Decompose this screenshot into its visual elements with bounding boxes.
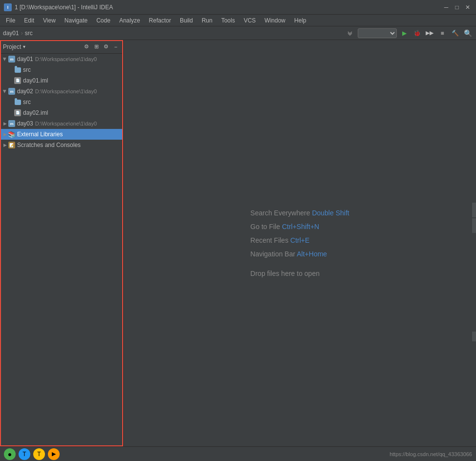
tree-item-day01[interactable]: ▶ m day01 D:\Workspace\one\1\day0 — [0, 54, 123, 64]
tree-path-day03: D:\Workspace\one\1\day0 — [35, 121, 97, 126]
menu-refactor[interactable]: Refactor — [145, 16, 175, 25]
tree-item-day02[interactable]: ▶ m day02 D:\Workspace\one\1\day0 — [0, 86, 123, 97]
menu-tools[interactable]: Tools — [217, 16, 239, 25]
settings-icon-btn[interactable]: ⚙ — [102, 42, 110, 51]
menu-view[interactable]: View — [39, 16, 60, 25]
nav-bar: day01 › src ▶ 🐞 ▶▶ ■ 🔨 🔍 — [0, 26, 476, 40]
folder-icon-day02-src — [14, 98, 22, 106]
menu-edit[interactable]: Edit — [20, 16, 38, 25]
expand-arrow-day01: ▶ — [2, 56, 8, 62]
close-button[interactable]: ✕ — [463, 3, 472, 12]
hint-action-navbar: Navigation Bar — [250, 250, 297, 258]
run-config-area — [346, 29, 354, 37]
tree-item-day02-iml[interactable]: ▶ 📄 day02.iml — [0, 107, 123, 118]
minimize-button[interactable]: ─ — [442, 3, 451, 12]
status-icon-blue[interactable]: T — [19, 448, 30, 460]
menu-file[interactable]: File — [2, 16, 19, 25]
module-icon-day01: m — [8, 55, 16, 63]
title-bar-text: 1 [D:\Workspace\one\1] - IntelliJ IDEA — [15, 4, 113, 11]
sidebar-toolbar: ⚙ ⊞ ⚙ − — [82, 42, 120, 51]
tree-path-day01: D:\Workspace\one\1\day0 — [35, 56, 97, 62]
sidebar-title-arrow[interactable]: ▾ — [23, 44, 25, 49]
hint-drop: Drop files here to open — [250, 267, 349, 280]
title-bar: I 1 [D:\Workspace\one\1] - IntelliJ IDEA… — [0, 0, 476, 15]
status-bar-url: https://blog.csdn.net/qq_43363066 — [389, 451, 472, 457]
tree-label-day01-src: src — [23, 66, 31, 73]
status-icon-green[interactable]: ● — [4, 448, 16, 460]
run-config-select[interactable] — [358, 28, 397, 38]
tree-path-day02: D:\Workspace\one\1\day0 — [35, 88, 97, 94]
iml-icon-day01: 📄 — [14, 77, 22, 84]
breadcrumb-root[interactable]: day01 — [3, 30, 19, 37]
stop-button[interactable]: ■ — [437, 28, 448, 39]
hint-action-goto: Go to File — [250, 223, 282, 230]
hint-goto: Go to File Ctrl+Shift+N — [250, 220, 349, 233]
folder-icon-day01-src — [14, 66, 22, 74]
coverage-button[interactable]: ▶▶ — [424, 28, 435, 39]
iml-icon-day02: 📄 — [14, 109, 22, 117]
run-button[interactable]: ▶ — [399, 28, 410, 39]
hint-shortcut-search: Double Shift — [312, 209, 349, 217]
right-edge-btn3[interactable] — [472, 332, 476, 341]
tree-label-external-libs: External Libraries — [17, 131, 63, 138]
build-button[interactable]: 🔨 — [450, 28, 460, 39]
ext-lib-icon: 📚 — [8, 130, 16, 138]
window-controls: ─ □ ✕ — [442, 3, 472, 12]
hint-shortcut-navbar: Alt+Home — [297, 250, 327, 258]
status-bar-left: ● T T ▶ — [4, 448, 60, 460]
hint-shortcut-goto: Ctrl+Shift+N — [282, 223, 319, 230]
gear-icon-btn[interactable]: ⚙ — [82, 42, 91, 51]
module-icon-day03: m — [8, 120, 16, 127]
expand-arrow-day02: ▶ — [2, 88, 8, 94]
tree-item-day02-src[interactable]: ▶ src — [0, 97, 123, 107]
right-edge-btn1[interactable] — [472, 203, 476, 217]
tree-label-day02-src: src — [23, 99, 31, 105]
menu-bar: File Edit View Navigate Code Analyze Ref… — [0, 15, 476, 26]
title-bar-left: I 1 [D:\Workspace\one\1] - IntelliJ IDEA — [4, 3, 113, 11]
module-icon-day02: m — [8, 87, 16, 95]
search-everywhere-button[interactable]: 🔍 — [462, 28, 473, 39]
hint-action-recent: Recent Files — [250, 236, 290, 244]
right-edge-buttons — [472, 203, 476, 341]
status-icon-orange[interactable]: ▶ — [48, 448, 60, 460]
hint-action-search: Search Everywhere — [250, 209, 312, 217]
project-panel: Project ▾ ⚙ ⊞ ⚙ − ▶ m day01 D:\Workspace… — [0, 40, 124, 446]
collapse-icon-btn[interactable]: − — [111, 42, 120, 51]
tree-item-day01-src[interactable]: ▶ src — [0, 64, 123, 75]
project-tree: ▶ m day01 D:\Workspace\one\1\day0 ▶ src … — [0, 54, 123, 446]
editor-hints: Search Everywhere Double Shift Go to Fil… — [250, 206, 349, 280]
right-edge-btn2[interactable] — [472, 218, 476, 233]
editor-area[interactable]: Search Everywhere Double Shift Go to Fil… — [124, 40, 476, 446]
tree-item-external-libs[interactable]: ▶ 📚 External Libraries — [0, 129, 123, 140]
breadcrumb: day01 › src — [3, 30, 33, 37]
hint-navbar: Navigation Bar Alt+Home — [250, 247, 349, 261]
menu-window[interactable]: Window — [260, 16, 289, 25]
hint-search: Search Everywhere Double Shift — [250, 206, 349, 220]
hint-shortcut-recent: Ctrl+E — [290, 236, 309, 244]
menu-run[interactable]: Run — [198, 16, 216, 25]
expand-arrow-scratches: ▶ — [2, 142, 8, 148]
sidebar-header: Project ▾ ⚙ ⊞ ⚙ − — [0, 40, 123, 54]
tree-item-day03[interactable]: ▶ m day03 D:\Workspace\one\1\day0 — [0, 118, 123, 129]
debug-button[interactable]: 🐞 — [411, 28, 422, 39]
status-bar: ● T T ▶ https://blog.csdn.net/qq_4336306… — [0, 446, 476, 461]
menu-analyze[interactable]: Analyze — [115, 16, 144, 25]
tree-label-day01: day01 — [17, 56, 33, 63]
tree-label-scratches: Scratches and Consoles — [17, 142, 81, 148]
sidebar-title: Project — [3, 43, 21, 50]
hint-recent: Recent Files Ctrl+E — [250, 233, 349, 247]
tree-item-scratches[interactable]: ▶ 📝 Scratches and Consoles — [0, 140, 123, 150]
menu-navigate[interactable]: Navigate — [61, 16, 91, 25]
layout-icon-btn[interactable]: ⊞ — [92, 42, 101, 51]
status-icon-yellow[interactable]: T — [33, 448, 45, 460]
tree-label-day02-iml: day02.iml — [23, 109, 48, 116]
breadcrumb-src[interactable]: src — [25, 30, 33, 37]
scratches-icon: 📝 — [8, 141, 16, 149]
menu-code[interactable]: Code — [92, 16, 114, 25]
menu-build[interactable]: Build — [176, 16, 197, 25]
menu-help[interactable]: Help — [290, 16, 310, 25]
menu-vcs[interactable]: VCS — [240, 16, 260, 25]
maximize-button[interactable]: □ — [453, 3, 461, 12]
breadcrumb-sep1: › — [21, 30, 23, 37]
tree-item-day01-iml[interactable]: ▶ 📄 day01.iml — [0, 75, 123, 86]
